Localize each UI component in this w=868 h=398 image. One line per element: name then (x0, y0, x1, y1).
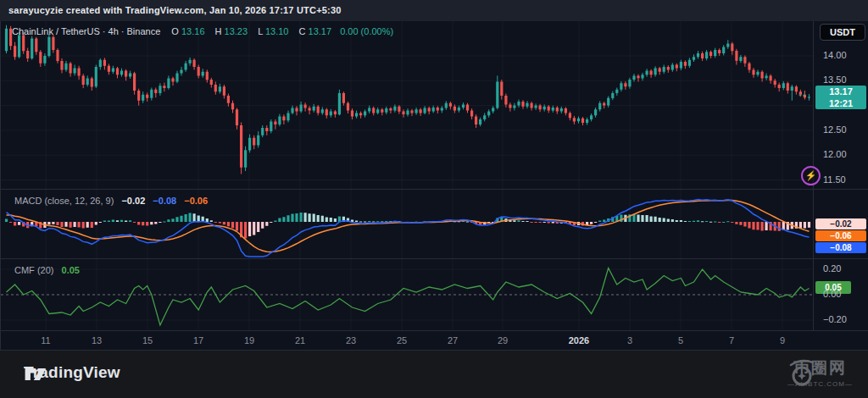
chart-canvas[interactable] (1, 21, 868, 330)
cmf-axis-label: −0.20 (823, 314, 865, 324)
time-axis-label: 19 (229, 335, 270, 345)
attribution-text: sarayucyzie created with TradingView.com… (8, 5, 342, 15)
high-value: 13.23 (225, 26, 248, 36)
bar-countdown: 12:21 (815, 97, 866, 109)
time-axis-label: 5 (660, 335, 701, 345)
currency-toggle-button[interactable]: USDT (820, 24, 865, 41)
time-axis[interactable]: 1113151719212325272920263579 (0, 330, 868, 350)
symbol-title[interactable]: ChainLink / TetherUS · 4h · Binance (12, 26, 160, 36)
price-line-marks: ++ (798, 92, 807, 98)
boost-icon[interactable]: ⚡ (801, 166, 821, 185)
macd-signal-badge: −0.06 (815, 230, 866, 241)
symbol-legend[interactable]: ChainLink / TetherUS · 4h · Binance O 13… (12, 26, 399, 36)
time-axis-label: 29 (482, 335, 523, 345)
price-axis-label: 11.50 (823, 174, 865, 185)
price-axis-label: 13.50 (823, 75, 865, 85)
site-watermark: 币圈网 —ALIBTC.COM— (787, 357, 853, 388)
time-axis-label: 27 (432, 335, 473, 345)
macd-hist-value: −0.02 (121, 196, 145, 206)
cmf-value: 0.05 (62, 265, 80, 275)
time-axis-label: 3 (609, 335, 650, 345)
price-axis-label: 12.50 (823, 124, 865, 135)
cmf-axis-label: 0.00 (823, 289, 865, 299)
chart-area[interactable]: ChainLink / TetherUS · 4h · Binance O 13… (0, 21, 868, 330)
tradingview-logo-icon (24, 363, 49, 385)
macd-line-value: −0.08 (153, 196, 176, 206)
tradingview-widget: sarayucyzie created with TradingView.com… (0, 0, 868, 398)
time-axis-label: 23 (331, 335, 371, 345)
open-value: 13.16 (181, 26, 205, 36)
macd-signal-value: −0.06 (184, 196, 208, 206)
cmf-title: CMF (20) (14, 265, 53, 275)
time-axis-label: 25 (381, 335, 422, 345)
watermark-logo-icon (787, 357, 818, 390)
time-axis-label: 17 (178, 335, 219, 345)
close-value: 13.17 (309, 26, 332, 36)
cmf-legend[interactable]: CMF (20) 0.05 (14, 265, 80, 275)
cmf-axis-label: 0.20 (823, 263, 865, 274)
time-axis-label: 2026 (559, 335, 599, 345)
change-value: 0.00 (0.00%) (340, 26, 393, 36)
tradingview-brand[interactable]: TradingView (24, 363, 120, 382)
time-axis-label: 7 (711, 335, 752, 345)
time-axis-label: 9 (762, 335, 803, 345)
last-price-badge: 13.17 12:21 (815, 86, 866, 109)
time-axis-label: 11 (25, 335, 66, 345)
footer-bar: TradingView 币圈网 —ALIBTC.COM— (0, 350, 868, 398)
attribution-bar: sarayucyzie created with TradingView.com… (0, 0, 868, 21)
macd-hist-badge: −0.02 (815, 218, 866, 229)
last-price: 13.17 (815, 86, 866, 97)
price-axis-label: 14.00 (823, 50, 865, 60)
low-label: L (258, 26, 263, 36)
macd-line-badge: −0.08 (815, 242, 866, 253)
time-axis-label: 21 (280, 335, 320, 345)
open-label: O (171, 26, 179, 36)
time-axis-label: 13 (76, 335, 117, 345)
high-label: H (215, 26, 222, 36)
close-label: C (299, 26, 306, 36)
time-axis-label: 15 (127, 335, 168, 345)
low-value: 13.10 (265, 26, 289, 36)
macd-legend[interactable]: MACD (close, 12, 26, 9) −0.02 −0.08 −0.0… (14, 196, 208, 206)
price-axis-label: 12.00 (823, 149, 865, 159)
macd-title: MACD (close, 12, 26, 9) (14, 196, 114, 206)
